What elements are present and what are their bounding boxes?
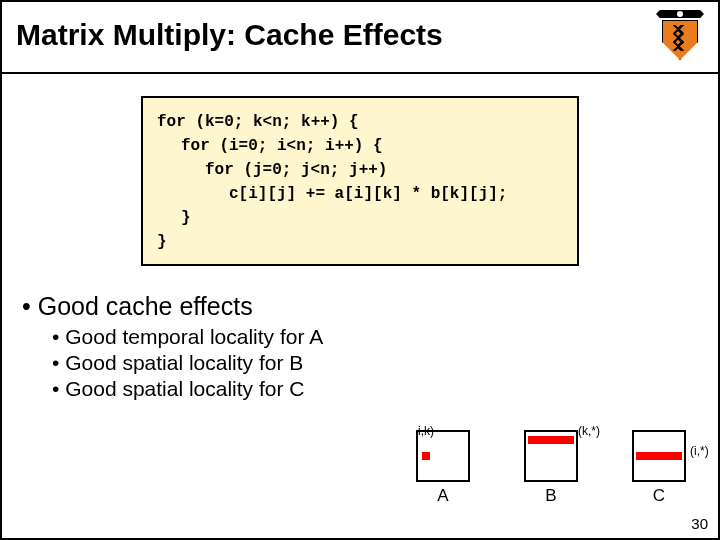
index-label-ik: i,k) [418,424,434,438]
title-row: Matrix Multiply: Cache Effects [2,2,718,74]
bullet-level1: • Good cache effects [22,292,698,321]
page-number: 30 [691,515,708,532]
code-close-2: } [157,230,563,254]
bullet-level2-c: • Good spatial locality for C [52,377,698,401]
matrix-label-c: C [632,486,686,506]
row-marker-icon [528,436,574,444]
chevrons-icon [667,25,693,51]
code-line-2: for (i=0; i<n; i++) { [157,134,563,158]
bullet-level2-a: • Good temporal locality for A [52,325,698,349]
code-line-3: for (j=0; j<n; j++) [157,158,563,182]
code-close-1: } [157,206,563,230]
body: • Good cache effects • Good temporal loc… [2,266,718,401]
shield-icon [662,20,698,60]
slide-frame: Matrix Multiply: Cache Effects for (k=0;… [0,0,720,540]
code-block: for (k=0; k<n; k++) { for (i=0; i<n; i++… [141,96,579,266]
matrix-label-b: B [524,486,578,506]
element-marker-icon [422,452,430,460]
ribbon-icon [656,10,704,18]
index-label-istar: (i,*) [690,444,709,458]
row-marker-icon [636,452,682,460]
matrix-c-box [632,430,686,482]
matrix-diagrams: i,k) (k,*) (i,*) A B C [416,426,702,506]
matrix-label-a: A [416,486,470,506]
index-label-kstar: (k,*) [578,424,600,438]
code-line-1: for (k=0; k<n; k++) { [157,110,563,134]
slide-title: Matrix Multiply: Cache Effects [16,18,443,52]
bullet-level2-b: • Good spatial locality for B [52,351,698,375]
code-line-4: c[i][j] += a[i][k] * b[k][j]; [157,182,563,206]
princeton-crest-icon [656,10,704,60]
matrix-b-box [524,430,578,482]
